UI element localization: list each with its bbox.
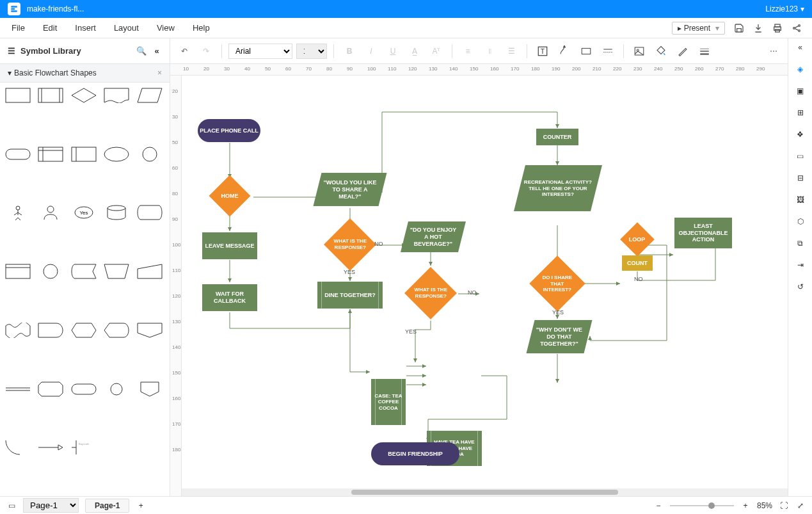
- close-icon[interactable]: ×: [157, 68, 162, 77]
- grid-icon[interactable]: ⊞: [795, 108, 806, 118]
- node-loop[interactable]: LOOP: [620, 222, 655, 257]
- shape-yes-connector[interactable]: Yes: [71, 205, 97, 220]
- page-tab[interactable]: Page-1: [85, 499, 129, 513]
- align-icon[interactable]: ⇥: [795, 260, 806, 270]
- node-wait-callback[interactable]: WAIT FOR CALLBACK: [202, 284, 257, 311]
- menu-edit[interactable]: Edit: [34, 19, 66, 36]
- node-place-call[interactable]: PLACE PHONE CALL: [198, 119, 260, 142]
- shape-display[interactable]: [104, 323, 129, 338]
- shape-tape[interactable]: [5, 323, 31, 338]
- shape-predefined[interactable]: [38, 88, 63, 103]
- menu-file[interactable]: File: [3, 19, 34, 36]
- node-response2[interactable]: WHAT IS THE RESPONSE?: [404, 267, 457, 319]
- node-least-obj[interactable]: LEAST OBJECTIONABLE ACTION: [674, 218, 732, 248]
- shape-decision[interactable]: [71, 88, 97, 103]
- list-button[interactable]: ☰: [502, 42, 520, 60]
- shape-preparation[interactable]: [71, 323, 97, 338]
- text-tool-button[interactable]: T: [534, 42, 552, 60]
- shape-small-circle[interactable]: [104, 381, 129, 397]
- line-weight-button[interactable]: [696, 42, 713, 60]
- fullscreen-button[interactable]: ⤢: [795, 501, 806, 511]
- shape-internal[interactable]: [38, 147, 63, 162]
- font-color-button[interactable]: A̲: [406, 42, 424, 60]
- shape-offpage2[interactable]: [137, 381, 163, 397]
- zoom-out-button[interactable]: −: [653, 501, 664, 511]
- node-leave-message[interactable]: LEAVE MESSAGE: [202, 232, 257, 259]
- copy-icon[interactable]: ⧉: [795, 238, 806, 248]
- node-case-drinks[interactable]: CASE: TEA COFFEE COCOA: [371, 379, 406, 425]
- image-button[interactable]: [630, 42, 648, 60]
- user-menu[interactable]: Lizzie123 ▾: [765, 4, 804, 13]
- export-icon[interactable]: ▣: [795, 86, 806, 96]
- comments-icon[interactable]: ▭: [795, 151, 806, 161]
- shape-arc[interactable]: [5, 440, 31, 455]
- shape-user[interactable]: [38, 205, 63, 220]
- node-share-meal[interactable]: "WOULD YOU LIKE TO SHARE A MEAL?": [314, 173, 387, 206]
- zoom-slider[interactable]: [670, 505, 734, 506]
- shape-process[interactable]: [5, 88, 31, 103]
- shape-delay[interactable]: [38, 323, 63, 338]
- pages-icon[interactable]: ▭: [6, 501, 17, 511]
- italic-button[interactable]: I: [362, 42, 380, 60]
- shape-rounded[interactable]: [71, 381, 97, 397]
- fontsize-select[interactable]: 10: [296, 44, 327, 59]
- shape-manual-input[interactable]: [137, 264, 163, 279]
- zoom-in-button[interactable]: +: [740, 501, 751, 511]
- bold-button[interactable]: B: [340, 42, 358, 60]
- redo-button[interactable]: ↷: [197, 42, 215, 60]
- shape-ellipse[interactable]: [104, 147, 129, 162]
- node-response1[interactable]: WHAT IS THE RESPONSE?: [324, 218, 376, 271]
- node-counter[interactable]: COUNTER: [536, 129, 578, 145]
- share-icon[interactable]: [792, 23, 802, 33]
- shape-card[interactable]: [5, 264, 31, 279]
- node-hot-bev[interactable]: "DO YOU ENJOY A HOT BEVERAGE?": [401, 221, 466, 252]
- canvas[interactable]: PLACE PHONE CALL HOME LEAVE MESSAGE WAIT…: [182, 76, 788, 496]
- shape-offpage[interactable]: [137, 323, 163, 338]
- shape-chamfer[interactable]: [38, 381, 63, 397]
- node-home[interactable]: HOME: [209, 175, 250, 216]
- shape-circle[interactable]: [137, 147, 163, 162]
- node-share-interest[interactable]: DO I SHARE THAT INTEREST?: [529, 255, 585, 312]
- line-style-button[interactable]: [599, 42, 617, 60]
- shape-database[interactable]: [104, 205, 129, 220]
- menu-view[interactable]: View: [148, 19, 184, 36]
- font-select[interactable]: Arial: [228, 44, 292, 59]
- data-icon[interactable]: ⊟: [795, 173, 806, 183]
- shape-document[interactable]: [104, 88, 129, 103]
- underline-button[interactable]: U: [384, 42, 402, 60]
- sitemap-icon[interactable]: ⬡: [795, 216, 806, 227]
- shape-terminator[interactable]: [5, 147, 31, 162]
- layers-icon[interactable]: ❖: [795, 129, 806, 140]
- page-select[interactable]: Page-1: [23, 498, 79, 513]
- scrollbar-horizontal[interactable]: [182, 488, 788, 496]
- collapse-left-icon[interactable]: «: [152, 46, 162, 56]
- text-size-button[interactable]: Aᵀ: [427, 42, 445, 60]
- shape-connector-circle[interactable]: [38, 264, 63, 279]
- expand-right-icon[interactable]: «: [795, 42, 806, 52]
- stroke-color-button[interactable]: [674, 42, 692, 60]
- node-dine[interactable]: DINE TOGETHER?: [317, 282, 383, 309]
- category-header[interactable]: ▾Basic Flowchart Shapes ×: [0, 64, 170, 83]
- shape-arrow[interactable]: [38, 440, 63, 455]
- history-icon[interactable]: ↺: [795, 282, 806, 292]
- menu-layout[interactable]: Layout: [105, 19, 148, 36]
- fit-button[interactable]: ⛶: [779, 501, 789, 511]
- save-icon[interactable]: [734, 23, 744, 33]
- undo-button[interactable]: ↶: [175, 42, 193, 60]
- shape-stored-data[interactable]: [71, 264, 97, 279]
- search-icon[interactable]: 🔍: [136, 46, 147, 56]
- shape-manual-op[interactable]: [104, 264, 129, 279]
- shape-direct-data[interactable]: [137, 205, 163, 220]
- more-button[interactable]: ⋯: [765, 42, 783, 60]
- present-button[interactable]: ▸ Present ▾: [672, 22, 725, 35]
- menu-insert[interactable]: Insert: [66, 19, 105, 36]
- shape-button[interactable]: [577, 42, 595, 60]
- align-h-button[interactable]: ≡: [459, 42, 477, 60]
- picture-icon[interactable]: 🖼: [795, 195, 806, 205]
- shape-annotation[interactable]: Drag to edit: [71, 440, 97, 455]
- node-rec-activity[interactable]: RECREATIONAL ACTIVITY? TELL HE ONE OF YO…: [514, 165, 602, 211]
- add-page-button[interactable]: +: [136, 501, 146, 511]
- fill-panel-icon[interactable]: ◈: [795, 64, 806, 74]
- node-count[interactable]: COUNT: [622, 255, 653, 271]
- node-why-dont[interactable]: "WHY DON'T WE DO THAT TOGETHER?": [527, 320, 593, 353]
